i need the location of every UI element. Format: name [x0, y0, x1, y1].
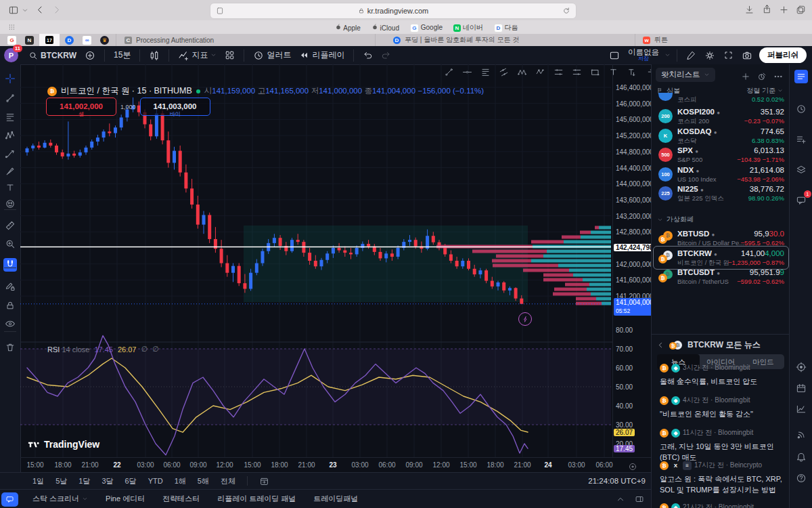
redo-button[interactable]	[377, 50, 395, 60]
reload-icon[interactable]	[562, 7, 570, 15]
range-YTD[interactable]: YTD	[148, 477, 163, 485]
bottom-tab-4[interactable]: 트레이딩패널	[313, 494, 358, 504]
news-item-0[interactable]: ₿◆3시간 전 · Bloomingbit올해 金수익률, 비트코인 압도	[660, 363, 783, 387]
tool-magnet[interactable]	[3, 258, 17, 272]
watchlist-row-XBTUSD[interactable]: ₿₿XBTUSD ●Bitcoin / US Dollar Pe...95,93…	[654, 229, 787, 248]
replay-button[interactable]: 리플레이	[295, 49, 348, 61]
expand-panel-up-icon[interactable]	[616, 494, 625, 503]
panel-layers[interactable]	[794, 163, 808, 177]
news-item-4[interactable]: ₿◆21시간 전 · Bloomingbit"바이비트로 5057 비트코인(B…	[660, 503, 783, 508]
chart-legend[interactable]: ₿ 비트코인 / 한국 원 · 15 · BITHUMB 시141,159,00…	[47, 85, 484, 97]
indicator-templates-button[interactable]	[221, 50, 239, 60]
news-item-1[interactable]: ₿◆4시간 전 · Bloomingbit"비트코인 온체인 활동 감소"	[660, 396, 783, 420]
new-tab-icon[interactable]	[779, 5, 789, 15]
support-chat-widget[interactable]	[1, 492, 18, 507]
fav-tool-recttool[interactable]	[589, 66, 600, 77]
favorites-grid-icon[interactable]	[8, 23, 16, 31]
tool-pattern[interactable]	[3, 129, 17, 142]
alert-button[interactable]: 얼러트	[249, 49, 295, 61]
watchlist-row-BTCKRW[interactable]: ₿₿BTCKRW ●비트코인 / 한국 원141,004,000−1,235,0…	[654, 249, 787, 268]
chart-style-button[interactable]	[145, 50, 164, 61]
tool-fib[interactable]	[3, 110, 17, 124]
news-item-3[interactable]: ₿X≡17시간 전 · Beincrypto알고스 원 : 폭락 속에서도 BT…	[660, 461, 783, 496]
tab-processing-auth[interactable]: C Processing Authentication	[116, 34, 375, 46]
watchlist-row-NI225[interactable]: 225NI225 ●일본 225 인덱스38,776.7298.90 0.26%	[654, 184, 787, 203]
chevron-down-icon[interactable]	[22, 7, 28, 14]
watchlist-row-KOSDAQ[interactable]: KKOSDAQ ●코스닥774.656.38 0.83%	[654, 127, 787, 146]
layout-name-button[interactable]: 이름없음 저장	[624, 49, 663, 62]
fav-tool-abc[interactable]	[535, 66, 545, 77]
bookmark-icloud[interactable]: iCloud	[371, 24, 399, 32]
fullscreen-button[interactable]	[719, 50, 738, 60]
tool-trendline[interactable]	[3, 91, 17, 105]
bottom-tab-1[interactable]: Pine 에디터	[106, 494, 145, 504]
watchlist-row-NDX[interactable]: 100NDX ●US 100 Index21,614.08−453.98 −2.…	[654, 165, 787, 184]
pinned-tab-dark[interactable]: N	[25, 36, 34, 45]
fav-tool-textanch[interactable]	[626, 66, 637, 77]
tool-pencil-lock[interactable]	[3, 280, 17, 293]
range-1일[interactable]: 1일	[32, 476, 44, 486]
go-to-date-button[interactable]	[259, 476, 269, 486]
fav-tool-flatchan[interactable]	[553, 66, 564, 77]
indicators-button[interactable]: 지표	[174, 49, 221, 61]
pie-edit-icon[interactable]	[757, 70, 767, 82]
pinned-tab-tradingview-active[interactable]: 17	[39, 34, 60, 46]
hide-icon[interactable]: ∅	[141, 345, 148, 354]
url-bar[interactable]: kr.tradingview.com	[210, 3, 577, 19]
bottom-tab-0[interactable]: 스탁 스크리너	[32, 494, 88, 504]
bookmark-google[interactable]: G Google	[410, 24, 443, 33]
time-axis[interactable]: 15:0018:0021:002203:0006:0009:0012:0015:…	[20, 457, 651, 472]
range-6달[interactable]: 6달	[125, 476, 137, 486]
interval-button[interactable]: 15분	[110, 49, 135, 61]
fav-tool-volprofile[interactable]	[644, 66, 651, 77]
bookmark-naver[interactable]: N 네이버	[453, 23, 483, 33]
fav-tool-hline[interactable]	[461, 66, 472, 77]
layout-button[interactable]	[605, 50, 624, 61]
forward-icon[interactable]	[51, 5, 62, 15]
tool-zoomin[interactable]	[3, 237, 17, 251]
fav-tool-trendline[interactable]	[443, 66, 454, 77]
watchlist-row-BTCUSDT[interactable]: ₿₿BTCUSDT ●Bitcoin / TetherUS95,951.99−5…	[654, 268, 787, 287]
panel-watchlist[interactable]	[794, 70, 808, 83]
bottom-tab-3[interactable]: 리플레이 트레이딩 패널	[217, 494, 296, 504]
page-icon[interactable]	[216, 7, 224, 15]
pinned-tab-lion[interactable]: ♛	[100, 36, 109, 45]
panel-listplus[interactable]	[794, 133, 808, 146]
snapshot-button[interactable]	[738, 50, 757, 61]
boost-lightning-icon[interactable]	[518, 312, 532, 326]
undo-button[interactable]	[359, 50, 377, 60]
price-axis[interactable]: 146,400,000146,000,000145,600,000145,200…	[612, 64, 651, 457]
tool-brush[interactable]	[3, 165, 17, 178]
pinned-tab-pudding[interactable]: D	[65, 36, 74, 45]
sidebar-icon[interactable]	[8, 5, 19, 16]
tool-lock[interactable]	[3, 299, 17, 312]
panel-broadcast[interactable]	[794, 428, 808, 442]
symbol-search-button[interactable]: BTCKRW	[24, 51, 81, 60]
tool-text[interactable]	[3, 181, 17, 194]
panel-layout-icon[interactable]	[635, 494, 644, 503]
panel-calendar[interactable]	[794, 381, 808, 395]
more-options-icon[interactable]	[773, 70, 783, 82]
publish-button[interactable]: 퍼블리쉬	[759, 47, 807, 63]
chart-area[interactable]: 146,400,000146,000,000145,600,000145,200…	[20, 64, 651, 472]
watchlist-row-KOSPI200[interactable]: 200KOSPI200 ●코스피 200351.92−0.23 −0.07%	[654, 107, 787, 126]
tab-wrtn[interactable]: w 뤼튼	[635, 34, 812, 46]
panel-bell[interactable]	[794, 450, 808, 464]
add-symbol-icon[interactable]	[741, 70, 750, 82]
news-item-2[interactable]: ₿◆11시간 전 · Bloomingbit고래, 지난 10일 동안 3만 비…	[660, 428, 783, 463]
tab-pudding[interactable]: D 푸딩 | 올바른 암호화폐 투자의 모든 것	[375, 34, 635, 46]
tool-forecast[interactable]	[3, 147, 17, 161]
avatar[interactable]: P 11	[4, 48, 18, 62]
settings-mini-icon[interactable]: ∅	[152, 345, 159, 354]
range-전체[interactable]: 전체	[221, 476, 235, 486]
back-chevron-icon[interactable]	[657, 341, 664, 349]
downloads-icon[interactable]	[744, 5, 754, 15]
bookmark-apple[interactable]: Apple	[335, 24, 361, 32]
tool-eye[interactable]	[3, 317, 17, 331]
panel-question[interactable]	[794, 471, 808, 485]
sell-button[interactable]: 141,002,000셀	[46, 98, 116, 116]
tab-overview-icon[interactable]	[796, 5, 806, 15]
fav-tool-flatchan[interactable]	[571, 66, 582, 77]
panel-target[interactable]	[794, 360, 808, 374]
buy-button[interactable]: 141,003,000바이	[140, 98, 210, 116]
